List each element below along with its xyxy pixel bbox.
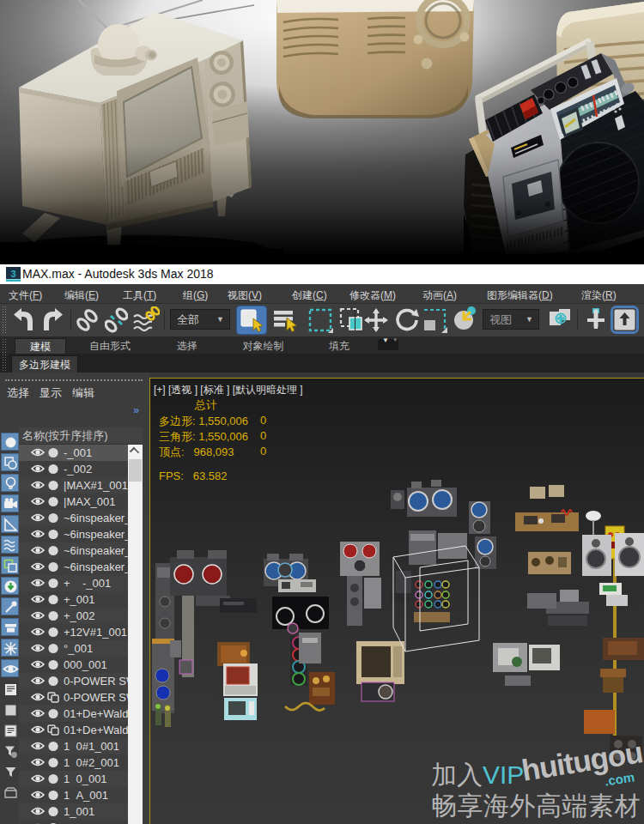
svg-text:3: 3 (10, 269, 15, 279)
